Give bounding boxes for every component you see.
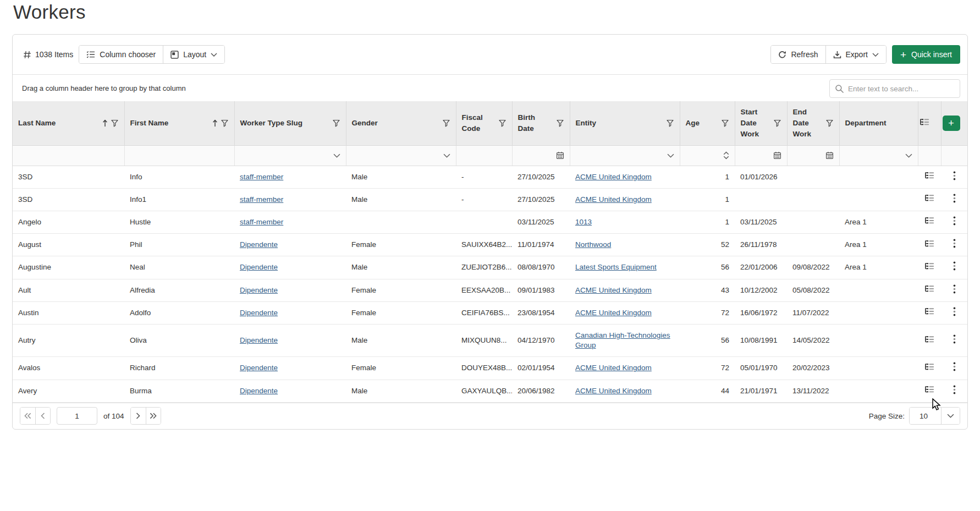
filter-icon[interactable] [721,119,729,127]
filter-icon[interactable] [332,119,340,127]
entity-link[interactable]: ACME United Kingdom [575,195,652,204]
worker-type-link[interactable]: Dipendente [240,336,278,344]
page-size-select[interactable]: 10 [909,407,960,425]
filter-last-name[interactable] [13,145,124,166]
filter-icon[interactable] [111,119,119,127]
table-row[interactable]: Autry Oliva Dipendente Male MIXQUUN8... … [13,325,967,357]
column-header-worker-type-slug[interactable]: Worker Type Slug [234,101,346,145]
kebab-menu-icon[interactable] [953,284,956,294]
worker-type-link[interactable]: Dipendente [240,240,278,249]
kebab-menu-icon[interactable] [953,216,956,226]
column-header-age[interactable]: Age [680,101,735,145]
column-header-end-date-work[interactable]: End Date Work [787,101,839,145]
kebab-menu-icon[interactable] [953,307,956,316]
table-row[interactable]: Angelo Hustle staff-member 03/11/2025 10… [13,211,967,233]
filter-icon[interactable] [666,119,674,127]
spinner-icon[interactable] [723,151,729,160]
kebab-menu-icon[interactable] [953,239,956,248]
chevron-down-icon[interactable] [443,153,450,158]
hierarchy-icon[interactable] [924,336,935,343]
hierarchy-icon[interactable] [924,217,935,224]
column-header-department[interactable]: Department [839,101,918,145]
filter-icon[interactable] [498,119,506,127]
filter-fiscal-code[interactable] [456,145,512,166]
table-row[interactable]: Avalos Richard Dipendente Female DOUYEX4… [13,357,967,380]
kebab-menu-icon[interactable] [953,194,956,203]
column-chooser-button[interactable]: Column chooser [79,46,163,63]
filter-icon[interactable] [221,119,229,127]
chevron-down-icon[interactable] [333,153,340,158]
table-row[interactable]: Austin Adolfo Dipendente Female CEIFIA76… [13,301,967,324]
column-header-fiscal-code[interactable]: Fiscal Code [456,101,512,145]
table-row[interactable]: 3SD Info staff-member Male - 27/10/2025 … [13,166,967,188]
filter-first-name[interactable] [124,145,234,166]
hierarchy-icon[interactable] [924,262,935,270]
table-row[interactable]: 3SD Info1 staff-member Male - 27/10/2025… [13,188,967,211]
entity-link[interactable]: Canadian High-Technologies Group [575,331,670,349]
filter-start-date-work[interactable] [735,145,787,166]
filter-icon[interactable] [556,119,564,127]
column-header-last-name[interactable]: Last Name [13,101,124,145]
kebab-menu-icon[interactable] [953,261,956,271]
entity-link[interactable]: ACME United Kingdom [575,286,652,294]
table-row[interactable]: Avery Burma Dipendente Male GAXYAULQB...… [13,380,967,402]
next-page-button[interactable] [131,408,146,424]
filter-age[interactable] [680,145,735,166]
column-header-entity[interactable]: Entity [570,101,680,145]
hierarchy-icon[interactable] [924,240,935,248]
entity-link[interactable]: Northwood [575,240,611,249]
column-header-start-date-work[interactable]: Start Date Work [735,101,787,145]
last-page-button[interactable] [146,408,161,424]
worker-type-link[interactable]: Dipendente [240,309,278,317]
kebab-menu-icon[interactable] [953,362,956,371]
hierarchy-icon[interactable] [924,386,935,393]
kebab-menu-icon[interactable] [953,385,956,394]
entity-link[interactable]: ACME United Kingdom [575,387,652,395]
column-header-first-name[interactable]: First Name [124,101,234,145]
worker-type-link[interactable]: Dipendente [240,263,278,271]
column-header-gender[interactable]: Gender [346,101,456,145]
group-panel[interactable]: Drag a column header here to group by th… [13,75,967,101]
worker-type-link[interactable]: Dipendente [240,286,278,294]
entity-link[interactable]: ACME United Kingdom [575,309,652,317]
chevron-down-icon[interactable] [941,408,960,424]
add-row-button[interactable]: + [943,116,960,131]
kebab-menu-icon[interactable] [953,334,956,344]
hierarchy-icon[interactable] [924,285,935,293]
table-row[interactable]: Augustine Neal Dipendente Male ZUEJIOT2B… [13,256,967,279]
filter-worker-type-slug[interactable] [234,145,346,166]
calendar-icon[interactable] [773,151,781,160]
filter-icon[interactable] [773,119,781,127]
filter-gender[interactable] [346,145,456,166]
filter-birth-date[interactable] [512,145,570,166]
first-page-button[interactable] [20,408,35,424]
hierarchy-icon[interactable] [924,363,935,371]
kebab-menu-icon[interactable] [953,171,956,180]
search-input[interactable] [848,85,955,93]
filter-department[interactable] [839,145,918,166]
filter-end-date-work[interactable] [787,145,839,166]
export-button[interactable]: Export [825,46,886,63]
entity-link[interactable]: ACME United Kingdom [575,173,652,181]
calendar-icon[interactable] [556,151,564,160]
entity-link[interactable]: Latest Sports Equipment [575,263,657,271]
calendar-icon[interactable] [825,151,834,160]
filter-icon[interactable] [825,119,834,127]
worker-type-link[interactable]: staff-member [240,218,283,226]
hierarchy-icon[interactable] [924,307,935,315]
table-row[interactable]: August Phil Dipendente Female SAUIXX64B2… [13,234,967,256]
worker-type-link[interactable]: staff-member [240,173,283,181]
quick-insert-button[interactable]: + Quick insert [892,45,960,64]
refresh-button[interactable]: Refresh [771,46,825,63]
worker-type-link[interactable]: Dipendente [240,387,278,395]
entity-link[interactable]: 1013 [575,218,592,226]
worker-type-link[interactable]: Dipendente [240,364,278,372]
hierarchy-icon[interactable] [924,194,935,202]
filter-entity[interactable] [570,145,680,166]
entity-link[interactable]: ACME United Kingdom [575,364,652,372]
chevron-down-icon[interactable] [667,153,674,158]
column-header-birth-date[interactable]: Birth Date [512,101,570,145]
worker-type-link[interactable]: staff-member [240,195,283,204]
layout-button[interactable]: Layout [163,46,224,63]
prev-page-button[interactable] [35,408,50,424]
